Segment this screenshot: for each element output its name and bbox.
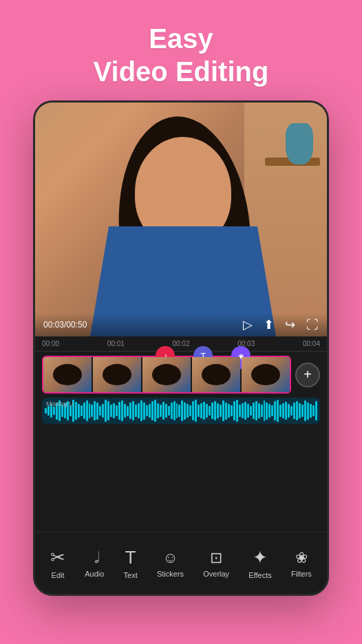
text-label: Text xyxy=(124,571,138,579)
toolbar-item-filters[interactable]: ❀ Filters xyxy=(284,545,319,582)
strip-frame-2 xyxy=(93,357,141,392)
control-icons: ▷ ⬆ ↪ ⛶ xyxy=(243,317,319,332)
add-clip-button[interactable]: + xyxy=(295,363,320,387)
ruler-mark-1: 00:01 xyxy=(107,340,125,347)
overlay-label: Overlay xyxy=(203,570,229,578)
effects-icon: ✦ xyxy=(253,547,268,568)
strip-frame-5 xyxy=(242,357,290,392)
strip-frame-3 xyxy=(142,357,191,392)
audio-label-text: Audio xyxy=(85,570,104,578)
strip-frame-4 xyxy=(192,357,240,392)
edit-icon: ✂ xyxy=(50,547,65,568)
bottom-toolbar: ✂ Edit 𝅗𝅥 Audio T Text ☺ Stickers ⊡ Over… xyxy=(35,532,327,594)
toolbar-item-effects[interactable]: ✦ Effects xyxy=(242,543,278,583)
edit-label: Edit xyxy=(52,571,65,579)
text-icon: T xyxy=(125,547,136,568)
phone-mockup: 00:03/00:50 ▷ ⬆ ↪ ⛶ 00:00 00:01 00:02 00… xyxy=(33,100,329,596)
trim-icon[interactable]: ⬆ xyxy=(264,317,274,332)
ruler-mark-4: 00:04 xyxy=(303,340,320,347)
timeline-area: 00:00 00:01 00:02 00:03 00:04 ♪ T ◉ xyxy=(35,336,327,532)
waveform xyxy=(42,398,320,424)
title-line2: Video Editing xyxy=(94,55,269,88)
overlay-icon: ⊡ xyxy=(210,549,222,567)
video-background xyxy=(35,103,327,336)
strip-frame-1 xyxy=(43,357,92,392)
stickers-icon: ☺ xyxy=(162,549,178,567)
audio-track[interactable]: Missing U xyxy=(42,398,320,424)
filters-icon: ❀ xyxy=(295,549,308,567)
play-icon[interactable]: ▷ xyxy=(243,317,253,332)
toolbar-item-stickers[interactable]: ☺ Stickers xyxy=(150,545,191,582)
app-container: Easy Video Editing 00:03/00:50 ▷ ⬆ xyxy=(0,0,362,644)
stickers-label: Stickers xyxy=(157,570,184,578)
filters-label: Filters xyxy=(291,570,312,578)
title-line1: Easy xyxy=(94,22,269,55)
timeline-ruler: 00:00 00:01 00:02 00:03 00:04 ♪ T ◉ xyxy=(35,336,327,352)
audio-label: Missing U xyxy=(46,400,74,407)
toolbar-item-edit[interactable]: ✂ Edit xyxy=(43,543,72,583)
add-clip-icon: + xyxy=(304,367,312,383)
effects-label: Effects xyxy=(248,571,271,579)
app-title: Easy Video Editing xyxy=(94,22,269,88)
fullscreen-icon[interactable]: ⛶ xyxy=(306,318,319,332)
video-strip[interactable] xyxy=(42,356,291,394)
video-preview: 00:03/00:50 ▷ ⬆ ↪ ⛶ xyxy=(35,103,327,336)
video-strip-container: + xyxy=(35,352,327,398)
ruler-mark-0: 00:00 xyxy=(42,340,59,347)
toolbar-item-overlay[interactable]: ⊡ Overlay xyxy=(196,545,236,582)
title-section: Easy Video Editing xyxy=(94,0,269,88)
ruler-marks: 00:00 00:01 00:02 00:03 00:04 xyxy=(42,340,320,347)
toolbar-item-text[interactable]: T Text xyxy=(117,543,145,583)
ruler-mark-2: 00:02 xyxy=(172,340,189,347)
video-controls: 00:03/00:50 ▷ ⬆ ↪ ⛶ xyxy=(35,313,327,336)
undo-icon[interactable]: ↪ xyxy=(285,317,295,332)
toolbar-item-audio[interactable]: 𝅗𝅥 Audio xyxy=(78,545,111,582)
vase xyxy=(286,123,313,164)
ruler-mark-3: 00:03 xyxy=(237,340,255,347)
time-display: 00:03/00:50 xyxy=(43,320,87,330)
